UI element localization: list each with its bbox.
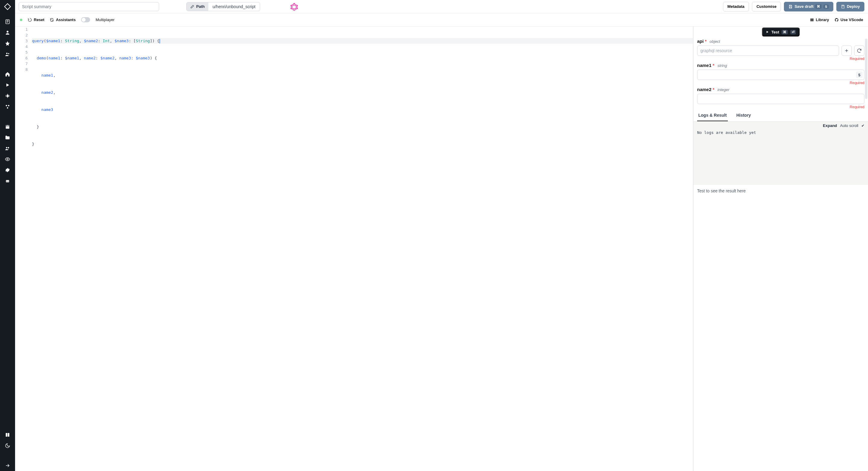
reset-button[interactable]: Reset	[28, 18, 44, 22]
save-icon	[788, 4, 793, 9]
plus-icon	[844, 48, 849, 53]
name1-input[interactable]	[697, 70, 864, 80]
svg-rect-22	[812, 19, 812, 21]
svg-rect-8	[6, 125, 9, 129]
svg-point-6	[8, 105, 10, 107]
top-header: Path u/henri/unbound_script Metadata Cus…	[15, 0, 868, 13]
play-icon	[766, 30, 769, 34]
required-text: Required	[697, 81, 864, 85]
cursor	[159, 39, 160, 43]
svg-rect-23	[813, 19, 813, 21]
result-tabs: Logs & Result History	[693, 110, 868, 121]
required-star: *	[713, 87, 715, 92]
autoscroll-check-icon[interactable]: ✔	[861, 124, 864, 128]
assistants-label: Assistants	[56, 18, 76, 22]
variables-icon[interactable]: $	[0, 90, 15, 101]
svg-point-2	[6, 53, 8, 54]
svg-rect-21	[810, 19, 811, 21]
folder-icon[interactable]	[0, 132, 15, 143]
users-icon[interactable]	[0, 49, 15, 60]
test-button[interactable]: Test ⌘ ⏎	[762, 27, 800, 36]
required-star: *	[713, 63, 715, 68]
path-value: u/henri/unbound_script	[208, 4, 259, 9]
test-label: Test	[772, 30, 779, 34]
line-number: 1	[18, 27, 28, 32]
settings-icon[interactable]	[0, 165, 15, 176]
reset-icon	[28, 18, 32, 22]
resources-icon[interactable]	[0, 101, 15, 112]
robot-icon[interactable]	[0, 176, 15, 186]
multiplayer-toggle[interactable]	[81, 17, 90, 22]
scrollbar[interactable]	[865, 38, 867, 99]
code-editor[interactable]: 1 2 3 4 5 6 7 8 query($name1: String, $n…	[15, 27, 693, 471]
path-button[interactable]: Path	[187, 2, 208, 11]
app-logo[interactable]	[4, 3, 11, 10]
sub-header: Reset Assistants Multiplayer Library Use…	[15, 13, 868, 27]
theme-icon[interactable]	[0, 440, 15, 451]
field-type: string	[717, 63, 727, 68]
svg-point-20	[290, 5, 291, 6]
runs-icon[interactable]	[0, 80, 15, 90]
library-label: Library	[816, 18, 829, 22]
svg-point-13	[7, 181, 7, 181]
result-empty-text: Test to see the result here	[697, 188, 746, 193]
deploy-icon	[841, 4, 845, 9]
schedules-icon[interactable]	[0, 121, 15, 132]
save-kbd-key: S	[824, 4, 829, 9]
logs-pane: Expand Auto scroll ✔ No logs are availab…	[693, 121, 868, 185]
field-type: integer	[717, 87, 730, 92]
deploy-label: Deploy	[847, 4, 860, 9]
user-icon[interactable]	[0, 27, 15, 38]
script-summary-input[interactable]	[19, 2, 159, 11]
tab-history[interactable]: History	[735, 110, 752, 121]
svg-point-5	[6, 105, 7, 107]
line-number: 6	[18, 55, 28, 61]
svg-point-3	[8, 53, 9, 54]
field-name2: name2* integer Required	[697, 87, 864, 109]
field-type: object	[710, 39, 720, 44]
expand-button[interactable]: Expand	[823, 123, 837, 128]
refresh-resource-button[interactable]	[854, 46, 864, 56]
autoscroll-label: Auto scroll	[840, 123, 858, 128]
save-draft-button[interactable]: Save draft ⌘ S	[784, 2, 833, 11]
svg-text:$: $	[7, 94, 8, 97]
home-icon[interactable]	[0, 69, 15, 80]
line-number: 4	[18, 44, 28, 50]
svg-point-9	[6, 147, 7, 149]
test-kbd-mod: ⌘	[781, 30, 788, 34]
line-number: 5	[18, 50, 28, 55]
required-star: *	[705, 38, 707, 44]
add-resource-button[interactable]	[841, 46, 852, 56]
customise-button[interactable]: Customise	[752, 2, 781, 11]
star-icon[interactable]	[0, 38, 15, 49]
save-draft-label: Save draft	[795, 4, 813, 9]
collapse-icon[interactable]	[0, 460, 15, 471]
line-number: 7	[18, 61, 28, 67]
svg-point-10	[8, 147, 9, 149]
eye-icon[interactable]	[0, 154, 15, 165]
right-panel: Test ⌘ ⏎ api* object	[693, 27, 868, 471]
line-number: 3	[18, 38, 28, 44]
metadata-button[interactable]: Metadata	[723, 2, 749, 11]
assistants-button[interactable]: Assistants	[50, 18, 76, 22]
refresh-icon	[857, 48, 862, 53]
line-number: 8	[18, 67, 28, 72]
svg-point-11	[7, 158, 8, 160]
code-content[interactable]: query($name1: String, $name2: Int, $name…	[30, 27, 693, 471]
api-input[interactable]	[697, 46, 839, 56]
name2-input[interactable]	[697, 94, 864, 104]
variable-picker-button[interactable]: $	[856, 71, 863, 78]
field-name1: name1* string $ Required	[697, 63, 864, 85]
workspace-icon[interactable]	[0, 16, 15, 27]
result-pane: Test to see the result here	[693, 185, 868, 471]
library-button[interactable]: Library	[810, 18, 829, 22]
svg-point-17	[297, 8, 298, 9]
tab-logs-result[interactable]: Logs & Result	[697, 110, 728, 121]
github-icon	[835, 18, 839, 22]
vscode-button[interactable]: Use VScode	[835, 18, 863, 22]
path-group: Path u/henri/unbound_script	[186, 2, 260, 11]
docs-icon[interactable]	[0, 430, 15, 440]
groups-icon[interactable]	[0, 143, 15, 154]
refresh-icon	[50, 18, 54, 22]
deploy-button[interactable]: Deploy	[836, 2, 864, 11]
